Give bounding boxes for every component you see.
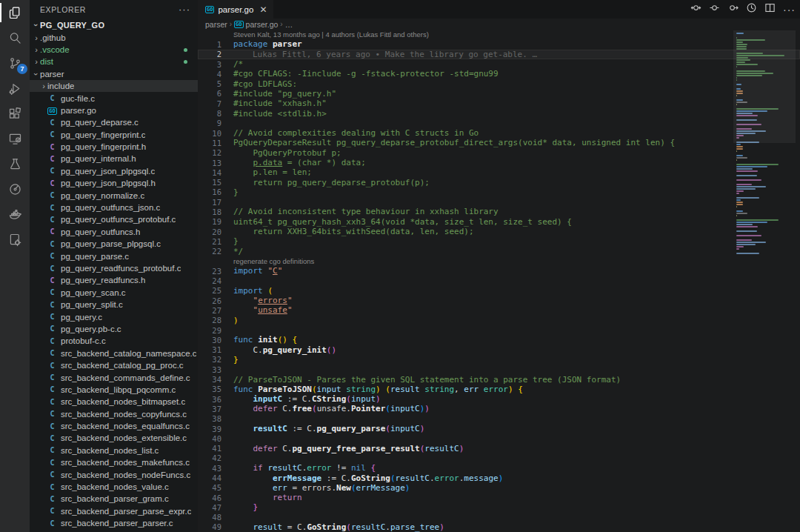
tree-item-pg-query-parse-plpgsql-c[interactable]: Cpg_query_parse_plpgsql.c bbox=[30, 238, 198, 250]
line-number[interactable]: 3 bbox=[198, 60, 233, 69]
code-line-47[interactable]: 47 } bbox=[198, 502, 800, 512]
tree-item-pg-query-fingerprint-h[interactable]: Cpg_query_fingerprint.h bbox=[30, 141, 198, 153]
tree-item-src-backend-parser-parse-expr-c[interactable]: Csrc_backend_parser_parse_expr.c bbox=[30, 505, 198, 517]
codelens[interactable]: regenerate cgo definitions bbox=[198, 256, 800, 266]
code-line-39[interactable]: 39 resultC := C.pg_query_parse(inputC) bbox=[198, 424, 800, 433]
line-number[interactable]: 24 bbox=[198, 276, 233, 285]
code-line-36[interactable]: 36 inputC := C.CString(input) bbox=[198, 394, 800, 404]
tree-item-pg-query-outfuncs-json-c[interactable]: Cpg_query_outfuncs_json.c bbox=[30, 202, 198, 213]
line-number[interactable]: 6 bbox=[198, 89, 233, 98]
run-debug-icon[interactable] bbox=[0, 76, 30, 101]
line-number[interactable]: 15 bbox=[198, 178, 233, 187]
code-line-25[interactable]: 25import ( bbox=[198, 286, 800, 296]
code-editor[interactable]: Steven Kalt, 13 months ago | 4 authors (… bbox=[198, 30, 800, 532]
explorer-more-actions-icon[interactable]: ··· bbox=[179, 6, 190, 13]
tree-item-pg-query-pb-c-c[interactable]: Cpg_query.pb-c.c bbox=[30, 323, 198, 335]
tree-item-pg-query-outfuncs-protobuf-c[interactable]: Cpg_query_outfuncs_protobuf.c bbox=[30, 213, 198, 225]
code-line-40[interactable]: 40 bbox=[198, 433, 800, 443]
open-changes-icon[interactable] bbox=[690, 2, 701, 16]
tree-item-src-backend-nodes-equalfuncs-c[interactable]: Csrc_backend_nodes_equalfuncs.c bbox=[30, 420, 198, 432]
code-line-6[interactable]: 6#include "pg_query.h" bbox=[198, 89, 800, 99]
code-line-2[interactable]: 2Lukas Fittl, 6 years ago • Make the lib… bbox=[198, 50, 800, 59]
line-number[interactable]: 20 bbox=[198, 227, 233, 236]
tree-item-src-backend-nodes-extensible-c[interactable]: Csrc_backend_nodes_extensible.c bbox=[30, 432, 198, 444]
code-line-21[interactable]: 21} bbox=[198, 236, 800, 246]
code-line-34[interactable]: 34// ParseToJSON - Parses the given SQL … bbox=[198, 374, 800, 384]
line-number[interactable]: 27 bbox=[198, 306, 233, 315]
tree-item-src-backend-nodes-bitmapset-c[interactable]: Csrc_backend_nodes_bitmapset.c bbox=[30, 396, 198, 408]
line-number[interactable]: 8 bbox=[198, 109, 233, 118]
line-number[interactable]: 47 bbox=[198, 503, 233, 512]
line-number[interactable]: 48 bbox=[198, 513, 233, 522]
code-line-13[interactable]: 13 p.data = (char *) data; bbox=[198, 158, 800, 167]
tree-item-pg-query-internal-h[interactable]: Cpg_query_internal.h bbox=[30, 153, 198, 164]
code-line-1[interactable]: 1package parser bbox=[198, 39, 800, 49]
extensions-icon[interactable] bbox=[0, 101, 30, 126]
code-line-44[interactable]: 44 errMessage := C.GoString(resultC.erro… bbox=[198, 473, 800, 482]
line-number[interactable]: 7 bbox=[198, 99, 233, 108]
close-icon[interactable]: ✕ bbox=[259, 5, 267, 14]
line-number[interactable]: 38 bbox=[198, 414, 233, 423]
code-line-12[interactable]: 12 PgQueryProtobuf p; bbox=[198, 148, 800, 158]
tree-item-pg-query-scan-c[interactable]: Cpg_query_scan.c bbox=[30, 287, 198, 299]
split-editor-icon[interactable] bbox=[764, 2, 776, 16]
more-actions-icon[interactable]: ··· bbox=[783, 3, 796, 16]
code-line-11[interactable]: 11PgQueryDeparseResult pg_query_deparse_… bbox=[198, 138, 800, 147]
tree-item-pg-query-json-plpgsql-h[interactable]: Cpg_query_json_plpgsql.h bbox=[30, 177, 198, 189]
line-number[interactable]: 1 bbox=[198, 40, 233, 49]
code-line-26[interactable]: 26 "errors" bbox=[198, 296, 800, 305]
code-line-17[interactable]: 17 bbox=[198, 197, 800, 207]
line-number[interactable]: 25 bbox=[198, 286, 233, 295]
source-control-icon[interactable]: 7 bbox=[0, 50, 30, 76]
line-number[interactable]: 41 bbox=[198, 444, 233, 453]
line-number[interactable]: 45 bbox=[198, 483, 233, 492]
tree-item-src-backend-libpq-pqcomm-c[interactable]: Csrc_backend_libpq_pqcomm.c bbox=[30, 384, 198, 396]
code-line-18[interactable]: 18// Avoid inconsistent type behaviour i… bbox=[198, 207, 800, 216]
tree-item-parser[interactable]: ›parser bbox=[30, 68, 198, 80]
tree-item-src-backend-nodes-list-c[interactable]: Csrc_backend_nodes_list.c bbox=[30, 445, 198, 456]
tree-item-include[interactable]: ›include bbox=[30, 80, 198, 92]
tree-item-pg-query-parse-c[interactable]: Cpg_query_parse.c bbox=[30, 250, 198, 262]
remote-explorer-icon[interactable] bbox=[0, 126, 30, 151]
line-number[interactable]: 9 bbox=[198, 119, 233, 127]
tree-item-src-backend-commands-define-c[interactable]: Csrc_backend_commands_define.c bbox=[30, 371, 198, 383]
codelens[interactable]: Steven Kalt, 13 months ago | 4 authors (… bbox=[198, 30, 800, 39]
code-line-28[interactable]: 28) bbox=[198, 316, 800, 325]
tree-item--github[interactable]: ›.github bbox=[30, 31, 198, 43]
line-number[interactable]: 2 bbox=[198, 50, 233, 59]
code-line-48[interactable]: 48 bbox=[198, 513, 800, 522]
code-line-24[interactable]: 24 bbox=[198, 276, 800, 285]
line-number[interactable]: 43 bbox=[198, 464, 233, 473]
line-number[interactable]: 17 bbox=[198, 198, 233, 207]
explorer-icon[interactable] bbox=[0, 0, 30, 25]
line-number[interactable]: 49 bbox=[198, 522, 233, 531]
line-number[interactable]: 19 bbox=[198, 217, 233, 226]
line-number[interactable]: 44 bbox=[198, 473, 233, 482]
code-line-32[interactable]: 32} bbox=[198, 355, 800, 365]
code-line-20[interactable]: 20 return XXH3_64bits_withSeed(data, len… bbox=[198, 227, 800, 236]
minimap[interactable] bbox=[733, 30, 796, 532]
tree-item-pg-query-c[interactable]: Cpg_query.c bbox=[30, 310, 198, 322]
code-line-23[interactable]: 23import "C" bbox=[198, 266, 800, 276]
tree-item--vscode[interactable]: ›.vscode bbox=[30, 44, 198, 56]
code-line-3[interactable]: 3/* bbox=[198, 59, 800, 69]
minimap-slider[interactable] bbox=[733, 30, 796, 143]
tree-item-pg-query-fingerprint-c[interactable]: Cpg_query_fingerprint.c bbox=[30, 129, 198, 141]
tree-item-src-backend-catalog-pg-proc-c[interactable]: Csrc_backend_catalog_pg_proc.c bbox=[30, 359, 198, 371]
breadcrumb-item[interactable]: GOparser.go bbox=[234, 20, 278, 29]
code-line-7[interactable]: 7#include "xxhash.h" bbox=[198, 99, 800, 108]
line-number[interactable]: 23 bbox=[198, 267, 233, 276]
line-number[interactable]: 32 bbox=[198, 355, 233, 364]
code-line-16[interactable]: 16} bbox=[198, 187, 800, 197]
tree-item-src-backend-nodes-makefuncs-c[interactable]: Csrc_backend_nodes_makefuncs.c bbox=[30, 456, 198, 468]
code-line-29[interactable]: 29 bbox=[198, 325, 800, 335]
line-number[interactable]: 42 bbox=[198, 453, 233, 462]
tree-item-pg-query-deparse-c[interactable]: Cpg_query_deparse.c bbox=[30, 116, 198, 128]
line-number[interactable]: 5 bbox=[198, 79, 233, 88]
code-line-15[interactable]: 15 return pg_query_deparse_protobuf(p); bbox=[198, 177, 800, 187]
code-line-43[interactable]: 43 if resultC.error != nil { bbox=[198, 463, 800, 473]
line-number[interactable]: 21 bbox=[198, 237, 233, 246]
line-number[interactable]: 31 bbox=[198, 345, 233, 354]
line-number[interactable]: 37 bbox=[198, 405, 233, 413]
tree-item-src-backend-parser-parser-c[interactable]: Csrc_backend_parser_parser.c bbox=[30, 517, 198, 529]
